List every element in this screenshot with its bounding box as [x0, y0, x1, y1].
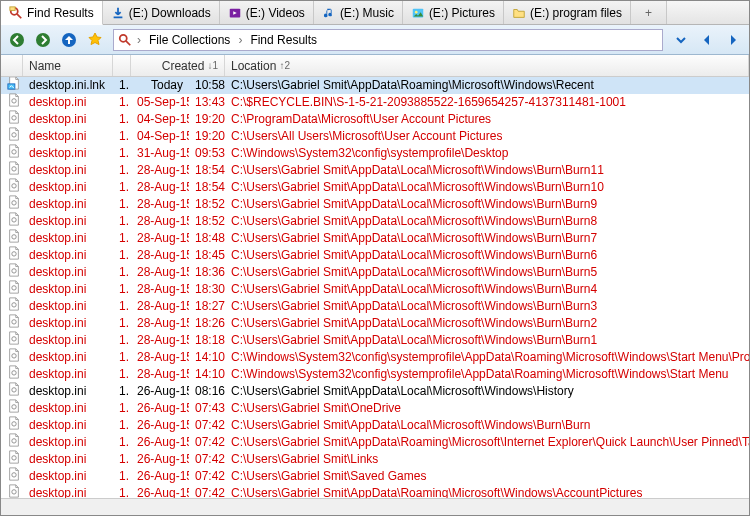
column-header: Name Created↓1 Location↑2	[1, 55, 749, 77]
tab-label: (E:) Pictures	[429, 6, 495, 20]
cell-time: 18:52	[189, 213, 225, 230]
tab-find-results[interactable]: Find Results	[1, 1, 103, 25]
cell-name: desktop.ini	[23, 230, 113, 247]
cell-location: C:\Users\Gabriel Smit\AppData\Local\Micr…	[225, 213, 749, 230]
tab--e-downloads[interactable]: (E:) Downloads	[103, 1, 220, 24]
file-list[interactable]: desktop.ini.lnk1.Today10:58C:\Users\Gabr…	[1, 77, 749, 498]
table-row[interactable]: desktop.ini1.28-Aug-1518:27C:\Users\Gabr…	[1, 298, 749, 315]
cell-location: C:\Users\Gabriel Smit\Saved Games	[225, 468, 749, 485]
table-row[interactable]: desktop.ini1.28-Aug-1518:26C:\Users\Gabr…	[1, 315, 749, 332]
table-row[interactable]: desktop.ini1.26-Aug-1507:42C:\Users\Gabr…	[1, 485, 749, 498]
cell-count: 1.	[113, 417, 131, 434]
cell-location: C:\Users\Gabriel Smit\OneDrive	[225, 400, 749, 417]
table-row[interactable]: desktop.ini1.28-Aug-1518:18C:\Users\Gabr…	[1, 332, 749, 349]
sort-desc-icon: ↓1	[207, 60, 218, 71]
cell-name: desktop.ini	[23, 281, 113, 298]
cell-date: 26-Aug-15	[131, 383, 189, 400]
cell-location: C:\Windows\System32\config\systemprofile…	[225, 349, 749, 366]
forward-button[interactable]	[31, 28, 55, 52]
col-location[interactable]: Location↑2	[225, 55, 749, 76]
table-row[interactable]: desktop.ini1.04-Sep-1519:20C:\ProgramDat…	[1, 111, 749, 128]
cell-location: C:\Users\Gabriel Smit\AppData\Local\Micr…	[225, 196, 749, 213]
col-count[interactable]	[113, 55, 131, 76]
cell-name: desktop.ini	[23, 485, 113, 498]
table-row[interactable]: desktop.ini1.28-Aug-1518:52C:\Users\Gabr…	[1, 196, 749, 213]
cell-time: 07:42	[189, 417, 225, 434]
cell-location: C:\Users\Gabriel Smit\AppData\Local\Micr…	[225, 179, 749, 196]
cell-date: 28-Aug-15	[131, 162, 189, 179]
cell-date: 28-Aug-15	[131, 247, 189, 264]
up-button[interactable]	[57, 28, 81, 52]
next-button[interactable]	[721, 28, 745, 52]
back-button[interactable]	[5, 28, 29, 52]
cell-date: Today	[131, 77, 189, 94]
table-row[interactable]: desktop.ini1.26-Aug-1507:43C:\Users\Gabr…	[1, 400, 749, 417]
table-row[interactable]: desktop.ini1.28-Aug-1518:30C:\Users\Gabr…	[1, 281, 749, 298]
cell-date: 26-Aug-15	[131, 400, 189, 417]
cell-date: 28-Aug-15	[131, 315, 189, 332]
cell-time: 07:42	[189, 451, 225, 468]
tab--e-pictures[interactable]: (E:) Pictures	[403, 1, 504, 24]
tab--e-program-files[interactable]: (E:) program files	[504, 1, 631, 24]
table-row[interactable]: desktop.ini1.28-Aug-1518:54C:\Users\Gabr…	[1, 162, 749, 179]
table-row[interactable]: desktop.ini1.26-Aug-1507:42C:\Users\Gabr…	[1, 417, 749, 434]
cell-count: 1.	[113, 247, 131, 264]
col-created[interactable]: Created↓1	[131, 55, 225, 76]
col-icon[interactable]	[1, 55, 23, 76]
table-row[interactable]: desktop.ini1.28-Aug-1518:52C:\Users\Gabr…	[1, 213, 749, 230]
dropdown-button[interactable]	[669, 28, 693, 52]
table-row[interactable]: desktop.ini1.28-Aug-1518:45C:\Users\Gabr…	[1, 247, 749, 264]
cell-count: 1.	[113, 128, 131, 145]
table-row[interactable]: desktop.ini1.28-Aug-1518:36C:\Users\Gabr…	[1, 264, 749, 281]
tab--e-music[interactable]: (E:) Music	[314, 1, 403, 24]
cell-date: 28-Aug-15	[131, 213, 189, 230]
table-row[interactable]: desktop.ini1.05-Sep-1513:43C:\$RECYCLE.B…	[1, 94, 749, 111]
table-row[interactable]: desktop.ini1.31-Aug-1509:53C:\Windows\Sy…	[1, 145, 749, 162]
breadcrumb-root[interactable]: File Collections	[146, 33, 233, 47]
table-row[interactable]: desktop.ini1.26-Aug-1507:42C:\Users\Gabr…	[1, 434, 749, 451]
table-row[interactable]: desktop.ini.lnk1.Today10:58C:\Users\Gabr…	[1, 77, 749, 94]
cell-name: desktop.ini	[23, 400, 113, 417]
cell-count: 1.	[113, 196, 131, 213]
svg-line-11	[126, 40, 130, 44]
new-tab-button[interactable]: +	[631, 1, 667, 24]
cell-count: 1.	[113, 366, 131, 383]
cell-location: C:\Users\Gabriel Smit\AppData\Local\Micr…	[225, 230, 749, 247]
cell-count: 1.	[113, 485, 131, 498]
cell-date: 28-Aug-15	[131, 281, 189, 298]
cell-count: 1.	[113, 264, 131, 281]
table-row[interactable]: desktop.ini1.26-Aug-1507:42C:\Users\Gabr…	[1, 451, 749, 468]
cell-date: 28-Aug-15	[131, 230, 189, 247]
cell-name: desktop.ini	[23, 162, 113, 179]
down-icon	[111, 6, 125, 20]
table-row[interactable]: desktop.ini1.04-Sep-1519:20C:\Users\All …	[1, 128, 749, 145]
cell-time: 14:10	[189, 366, 225, 383]
tab--e-videos[interactable]: (E:) Videos	[220, 1, 314, 24]
cell-time: 18:26	[189, 315, 225, 332]
prev-button[interactable]	[695, 28, 719, 52]
breadcrumb-current[interactable]: Find Results	[247, 33, 320, 47]
cell-location: C:\Users\Gabriel Smit\AppData\Local\Micr…	[225, 298, 749, 315]
table-row[interactable]: desktop.ini1.28-Aug-1518:54C:\Users\Gabr…	[1, 179, 749, 196]
cell-date: 04-Sep-15	[131, 128, 189, 145]
music-icon	[322, 6, 336, 20]
cell-name: desktop.ini	[23, 247, 113, 264]
table-row[interactable]: desktop.ini1.26-Aug-1508:16C:\Users\Gabr…	[1, 383, 749, 400]
table-row[interactable]: desktop.ini1.28-Aug-1518:48C:\Users\Gabr…	[1, 230, 749, 247]
table-row[interactable]: desktop.ini1.28-Aug-1514:10C:\Windows\Sy…	[1, 349, 749, 366]
cell-name: desktop.ini	[23, 434, 113, 451]
tab-label: (E:) program files	[530, 6, 622, 20]
breadcrumb[interactable]: › File Collections › Find Results	[113, 29, 663, 51]
table-row[interactable]: desktop.ini1.26-Aug-1507:42C:\Users\Gabr…	[1, 468, 749, 485]
favorites-button[interactable]	[83, 28, 107, 52]
cell-name: desktop.ini	[23, 468, 113, 485]
horizontal-scrollbar[interactable]	[1, 498, 749, 515]
cell-date: 26-Aug-15	[131, 451, 189, 468]
col-name[interactable]: Name	[23, 55, 113, 76]
svg-line-1	[17, 13, 21, 17]
pic-icon	[411, 6, 425, 20]
table-row[interactable]: desktop.ini1.28-Aug-1514:10C:\Windows\Sy…	[1, 366, 749, 383]
cell-time: 18:54	[189, 179, 225, 196]
cell-location: C:\Users\Gabriel Smit\AppData\Local\Micr…	[225, 247, 749, 264]
cell-name: desktop.ini	[23, 349, 113, 366]
